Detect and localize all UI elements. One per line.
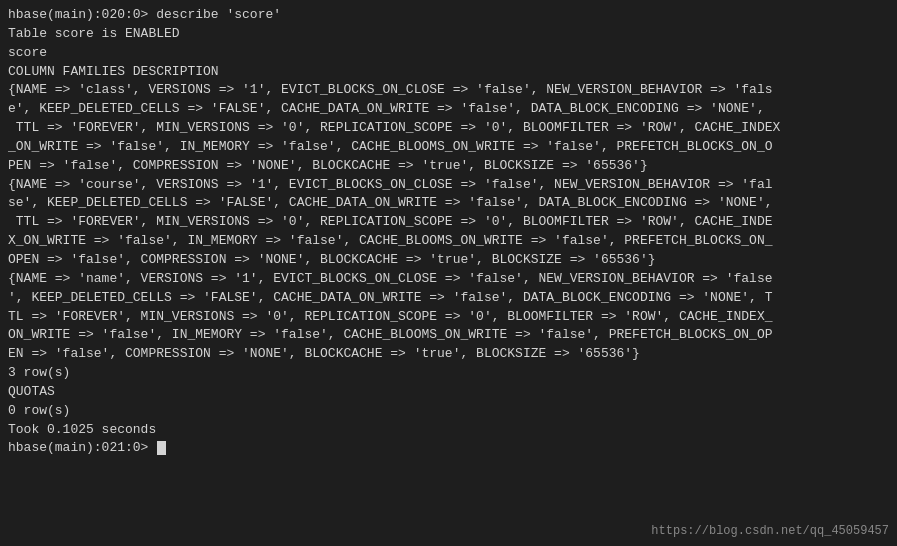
terminal-line: se', KEEP_DELETED_CELLS => 'FALSE', CACH…: [8, 194, 889, 213]
terminal-line: QUOTAS: [8, 383, 889, 402]
terminal-line: Table score is ENABLED: [8, 25, 889, 44]
terminal-line: Took 0.1025 seconds: [8, 421, 889, 440]
terminal-line: TL => 'FOREVER', MIN_VERSIONS => '0', RE…: [8, 308, 889, 327]
terminal-line: hbase(main):020:0> describe 'score': [8, 6, 889, 25]
terminal-line: TTL => 'FOREVER', MIN_VERSIONS => '0', R…: [8, 119, 889, 138]
terminal-line: 0 row(s): [8, 402, 889, 421]
terminal-line: ', KEEP_DELETED_CELLS => 'FALSE', CACHE_…: [8, 289, 889, 308]
terminal-line: TTL => 'FOREVER', MIN_VERSIONS => '0', R…: [8, 213, 889, 232]
terminal-line: X_ON_WRITE => 'false', IN_MEMORY => 'fal…: [8, 232, 889, 251]
terminal-line: {NAME => 'course', VERSIONS => '1', EVIC…: [8, 176, 889, 195]
prompt-text: hbase(main):021:0>: [8, 440, 156, 455]
terminal-line: hbase(main):021:0>: [8, 439, 889, 458]
terminal-line: e', KEEP_DELETED_CELLS => 'FALSE', CACHE…: [8, 100, 889, 119]
terminal-line: _ON_WRITE => 'false', IN_MEMORY => 'fals…: [8, 138, 889, 157]
terminal-line: score: [8, 44, 889, 63]
terminal-line: OPEN => 'false', COMPRESSION => 'NONE', …: [8, 251, 889, 270]
terminal-line: COLUMN FAMILIES DESCRIPTION: [8, 63, 889, 82]
terminal: hbase(main):020:0> describe 'score'Table…: [0, 0, 897, 546]
terminal-line: PEN => 'false', COMPRESSION => 'NONE', B…: [8, 157, 889, 176]
terminal-line: EN => 'false', COMPRESSION => 'NONE', BL…: [8, 345, 889, 364]
terminal-line: 3 row(s): [8, 364, 889, 383]
terminal-line: {NAME => 'class', VERSIONS => '1', EVICT…: [8, 81, 889, 100]
terminal-output: hbase(main):020:0> describe 'score'Table…: [8, 6, 889, 458]
cursor: [157, 441, 166, 455]
terminal-line: {NAME => 'name', VERSIONS => '1', EVICT_…: [8, 270, 889, 289]
terminal-line: ON_WRITE => 'false', IN_MEMORY => 'false…: [8, 326, 889, 345]
watermark: https://blog.csdn.net/qq_45059457: [651, 524, 889, 538]
